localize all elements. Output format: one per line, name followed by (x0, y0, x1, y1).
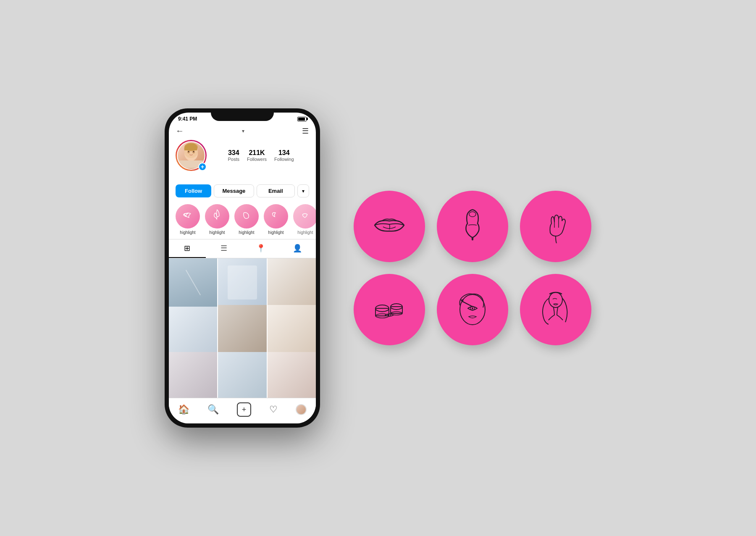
grid-cell-6[interactable] (268, 305, 316, 353)
tab-location[interactable]: 📍 (242, 239, 279, 258)
chevron-down-icon[interactable]: ▾ (242, 128, 244, 134)
heart-button[interactable]: ♡ (269, 404, 278, 415)
profile-button[interactable] (296, 404, 307, 415)
profile-section: + 334 Posts 211K Followers 134 (169, 137, 316, 174)
followers-count: 211K (247, 149, 267, 157)
svg-point-4 (188, 151, 189, 152)
posts-count: 334 (228, 149, 239, 157)
showcase-face-makeup (437, 274, 508, 345)
phone-mockup: 9:41 PM ← ▾ ☰ (165, 108, 320, 428)
back-button[interactable]: ← (176, 126, 184, 136)
grid-cell-8[interactable] (218, 352, 266, 398)
list-icon: ☰ (220, 244, 227, 253)
nav-bar: ← ▾ ☰ (169, 123, 316, 137)
status-icons (297, 117, 307, 121)
more-button[interactable]: ▾ (297, 184, 309, 197)
highlights-row: highlight highlight (169, 202, 316, 239)
highlights-showcase (354, 191, 591, 345)
main-scene: 9:41 PM ← ▾ ☰ (165, 108, 591, 428)
highlight-label-5: highlight (297, 230, 313, 235)
user-icon: 👤 (293, 244, 302, 253)
photo-grid (169, 258, 316, 398)
followers-label: Followers (247, 157, 267, 162)
showcase-woman-hair (520, 274, 591, 345)
grid-cell-5[interactable] (218, 305, 266, 353)
highlight-circle (176, 204, 200, 229)
highlight-circle (264, 204, 288, 229)
avatar-wrap: + (176, 140, 207, 171)
home-button[interactable]: 🏠 (178, 404, 189, 415)
highlight-circle (293, 204, 316, 229)
phone-screen: 9:41 PM ← ▾ ☰ (169, 113, 316, 423)
bottom-nav: 🏠 🔍 + ♡ (169, 398, 316, 423)
location-icon: 📍 (256, 244, 265, 253)
battery-icon (297, 117, 307, 121)
highlight-label-3: highlight (239, 230, 254, 235)
highlight-label-2: highlight (209, 230, 225, 235)
showcase-cosmetics (354, 274, 425, 345)
highlight-item[interactable]: highlight (264, 204, 288, 235)
profile-stats: 334 Posts 211K Followers 134 Following (213, 149, 309, 162)
menu-button[interactable]: ☰ (302, 126, 309, 136)
grid-cell-7[interactable] (169, 352, 217, 398)
follow-button[interactable]: Follow (176, 184, 211, 197)
svg-point-5 (193, 151, 194, 152)
new-post-button[interactable]: + (237, 402, 251, 417)
svg-point-8 (469, 212, 476, 217)
highlight-item[interactable]: highlight (176, 204, 200, 235)
highlight-circle (205, 204, 229, 229)
grid-cell-9[interactable] (268, 352, 316, 398)
highlight-label-4: highlight (268, 230, 284, 235)
message-button[interactable]: Message (214, 184, 254, 197)
showcase-lips (354, 191, 425, 262)
search-button[interactable]: 🔍 (207, 404, 219, 415)
highlight-circle (234, 204, 259, 229)
followers-stat[interactable]: 211K Followers (247, 149, 267, 162)
add-story-button[interactable]: + (198, 163, 207, 171)
svg-line-19 (462, 301, 472, 307)
showcase-body-back (437, 191, 508, 262)
grid-cell-4[interactable] (169, 305, 217, 353)
status-time: 9:41 PM (178, 116, 197, 122)
grid-cell-3[interactable] (268, 258, 316, 307)
grid-cell-1[interactable] (169, 258, 217, 307)
email-button[interactable]: Email (257, 184, 295, 197)
posts-stat[interactable]: 334 Posts (228, 149, 239, 162)
highlight-label-1: highlight (180, 230, 195, 235)
grid-icon: ⊞ (184, 244, 190, 253)
following-count: 134 (274, 149, 294, 157)
posts-label: Posts (228, 157, 239, 162)
tab-grid[interactable]: ⊞ (169, 239, 206, 258)
tab-user[interactable]: 👤 (279, 239, 316, 258)
highlight-item[interactable]: highlight (293, 204, 316, 235)
bio-area (169, 174, 316, 183)
action-buttons: Follow Message Email ▾ (169, 183, 316, 202)
grid-cell-2[interactable] (218, 258, 266, 307)
tab-list[interactable]: ☰ (206, 239, 243, 258)
svg-point-22 (472, 307, 473, 309)
highlight-item[interactable]: highlight (234, 204, 259, 235)
tab-bar: ⊞ ☰ 📍 👤 (169, 239, 316, 258)
following-stat[interactable]: 134 Following (274, 149, 294, 162)
following-label: Following (274, 157, 294, 162)
phone-notch (211, 108, 274, 121)
phone-content: 9:41 PM ← ▾ ☰ (169, 113, 316, 423)
highlight-item[interactable]: highlight (205, 204, 229, 235)
showcase-hand (520, 191, 591, 262)
